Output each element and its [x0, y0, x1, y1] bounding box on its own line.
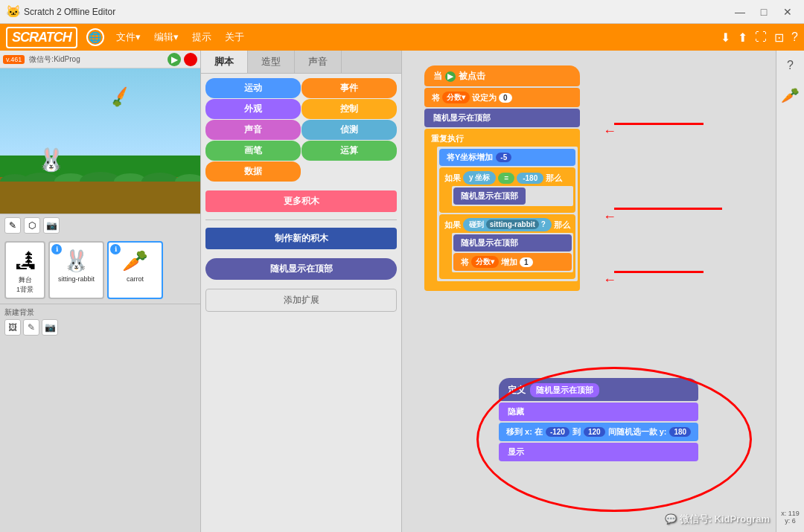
blocks-panel: 脚本 造型 声音 运动 事件 外观 控制 声音 侦测 画笔 运算 数据 更多积木… [201, 51, 402, 532]
sprite-item-rabbit[interactable]: ℹ 🐰 sitting-rabbit [48, 241, 104, 299]
backdrop-stamp-tool[interactable]: ✎ [23, 319, 39, 336]
window-controls: — □ ✕ [730, 4, 798, 19]
cat-pen[interactable]: 画笔 [205, 141, 301, 161]
tab-scripts[interactable]: 脚本 [201, 51, 248, 73]
stage-sprite-item[interactable]: 🏞 舞台1背景 [4, 241, 45, 299]
cat-control[interactable]: 控制 [302, 99, 397, 119]
cat-events[interactable]: 事件 [302, 78, 397, 98]
upload-icon[interactable]: ⬇ [721, 31, 730, 45]
paint-tool[interactable]: ✎ [4, 217, 21, 234]
menu-about[interactable]: 关于 [219, 28, 250, 47]
sprite-toolbar: ✎ ⬡ 📷 [0, 214, 200, 237]
tab-sounds[interactable]: 声音 [295, 51, 342, 73]
repeat-block: 重复执行 将Y坐标增加 -5 如果 y 坐标 = -180 [424, 129, 580, 291]
show-block[interactable]: 显示 [499, 443, 698, 461]
cat-sound[interactable]: 声音 [205, 120, 301, 140]
svg-point-5 [141, 173, 179, 182]
tabs-row: 脚本 造型 声音 [201, 51, 401, 74]
carrot-label: carrot [112, 275, 159, 283]
if-y-body: 随机显示在顶部 [452, 186, 573, 206]
version-badge: v.461 [3, 55, 25, 64]
camera-tool[interactable]: 📷 [43, 217, 60, 234]
close-button[interactable]: ✕ [777, 4, 798, 19]
stage-area: v.461 微信号:KidProg ▶ [0, 51, 200, 214]
custom-block-call-3[interactable]: 随机显示在顶部 [453, 234, 572, 251]
svg-point-6 [175, 174, 200, 182]
scripts-area[interactable]: 当 ▶ 被点击 将 分数▾ 设定为 0 随机显示在顶部 重复执行 将 [402, 51, 776, 532]
hide-block[interactable]: 隐藏 [499, 403, 698, 421]
rabbit-label: sitting-rabbit [53, 275, 100, 283]
define-block[interactable]: 定义 随机显示在顶部 [499, 378, 698, 401]
minimize-button[interactable]: — [730, 4, 750, 19]
x-coord: x: 119 [781, 510, 800, 517]
arrow-line-3 [614, 271, 704, 273]
arrow-line-1 [614, 123, 704, 125]
menu-bar: SCRATCH 🌐 文件▾ 编辑▾ 提示 关于 ⬇ ⬆ ⛶ ⊡ ? [0, 24, 804, 51]
watermark-text: 微信号: KidProgram [680, 513, 770, 525]
custom-block-call-1[interactable]: 随机显示在顶部 [424, 109, 580, 127]
menu-edit[interactable]: 编辑▾ [148, 28, 185, 47]
goto-block[interactable]: 移到 x: 在 -120 到 120 间随机选一款 y: 180 [499, 423, 698, 441]
cat-sensing[interactable]: 侦测 [302, 120, 397, 140]
cat-looks[interactable]: 外观 [205, 99, 301, 119]
title-bar: 🐱 Scratch 2 Offline Editor — □ ✕ [0, 0, 804, 24]
custom-block-btn[interactable]: 随机显示在顶部 [205, 258, 397, 280]
more-blocks-btn[interactable]: 更多积木 [205, 190, 397, 212]
repeat-body: 将Y坐标增加 -5 如果 y 坐标 = -180 那么 [437, 147, 578, 281]
language-menu[interactable]: 🌐 [86, 28, 104, 46]
sprite-label: 微信号:KidProg [29, 54, 80, 65]
watermark-icon: 💬 [665, 513, 677, 525]
add-extension-btn[interactable]: 添加扩展 [205, 289, 397, 312]
sprites-list: 🏞 舞台1背景 ℹ 🐰 sitting-rabbit ℹ 🥕 carrot [0, 237, 200, 304]
custom-block-call-2[interactable]: 随机显示在顶部 [453, 188, 526, 205]
new-backdrop-section: 新建背景 🖼 ✎ 📷 [0, 304, 200, 339]
cat-motion[interactable]: 运动 [205, 78, 301, 98]
download-icon[interactable]: ⬆ [738, 31, 747, 45]
backdrop-paint-tool[interactable]: 🖼 [4, 319, 21, 336]
cat-data[interactable]: 数据 [205, 161, 301, 182]
if-touch-body: 随机显示在顶部 将 分数▾ 增加 1 [452, 233, 573, 272]
window-title: Scratch 2 Offline Editor [24, 7, 730, 17]
event-block-flag[interactable]: 当 ▶ 被点击 [424, 65, 580, 86]
make-block-btn[interactable]: 制作新的积木 [205, 228, 397, 249]
backdrop-camera-tool[interactable]: 📷 [42, 319, 58, 336]
stamp-tool[interactable]: ⬡ [24, 217, 40, 234]
maximize-button[interactable]: □ [753, 4, 774, 19]
categories-grid: 运动 事件 外观 控制 声音 侦测 画笔 运算 数据 [201, 74, 401, 186]
app-icon: 🐱 [6, 4, 21, 19]
menu-tips[interactable]: 提示 [186, 28, 217, 47]
stop-button[interactable] [184, 53, 197, 66]
info-icon-rabbit[interactable]: ℹ [51, 244, 62, 254]
y-coord: y: 6 [781, 517, 800, 525]
menu-file[interactable]: 文件▾ [110, 28, 147, 47]
stage-icon: 🏞 [9, 246, 41, 275]
cat-operators[interactable]: 运算 [302, 141, 397, 161]
rabbit-sprite: 🐰 [37, 147, 65, 173]
stage-sprite-label: 舞台1背景 [9, 275, 41, 295]
new-backdrop-label: 新建背景 [4, 307, 196, 318]
tab-costumes[interactable]: 造型 [248, 51, 295, 73]
arrow-line-2 [614, 208, 722, 210]
carrot-preview: 🥕 [781, 86, 800, 104]
if-touch-header: 如果 碰到 sitting-rabbit ? 那么 [441, 217, 573, 233]
repeat-footer [427, 281, 578, 289]
green-flag-button[interactable]: ▶ [168, 53, 181, 66]
if-y-block: 如果 y 坐标 = -180 那么 随机显示在顶部 [439, 167, 575, 213]
right-panel: ? 🥕 x: 119 y: 6 [776, 51, 804, 532]
set-score-block[interactable]: 将 分数▾ 设定为 0 [424, 88, 580, 107]
info-icon-carrot[interactable]: ℹ [110, 244, 121, 254]
sprite-item-carrot[interactable]: ℹ 🥕 carrot [107, 241, 163, 299]
repeat-header: 重复执行 [427, 131, 578, 147]
grass-bumps [0, 168, 200, 182]
if-touch-footer [441, 272, 573, 277]
arrow-3: ← [603, 272, 616, 288]
if-touch-block: 如果 碰到 sitting-rabbit ? 那么 随机显示在顶部 将 分数▾ … [439, 214, 575, 279]
fullscreen-icon[interactable]: ⛶ [755, 31, 767, 44]
change-y-block[interactable]: 将Y坐标增加 -5 [439, 149, 575, 166]
arrow-1: ← [603, 124, 616, 138]
help-icon[interactable]: ? [791, 31, 798, 44]
svg-point-1 [22, 173, 60, 182]
help-right-icon[interactable]: ? [780, 55, 801, 76]
change-score-block[interactable]: 将 分数▾ 增加 1 [453, 253, 572, 271]
zoom-icon[interactable]: ⊡ [774, 31, 784, 45]
